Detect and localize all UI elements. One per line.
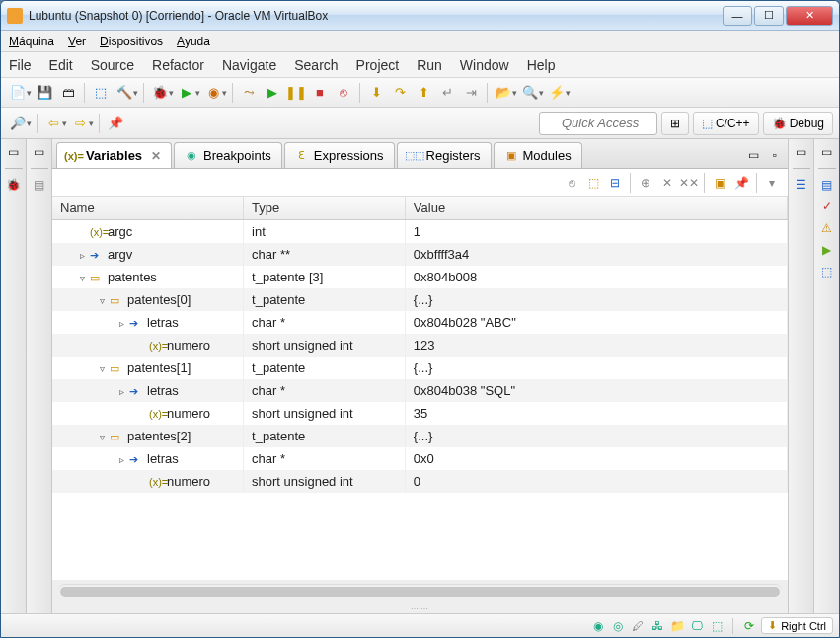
console-icon[interactable]: ▤: [818, 176, 836, 194]
executables-icon[interactable]: ▶: [818, 241, 836, 259]
dropdown-icon[interactable]: ▾: [133, 88, 138, 98]
menu-help[interactable]: Help: [527, 57, 556, 73]
menu-file[interactable]: File: [9, 57, 32, 73]
quick-access-input[interactable]: [539, 112, 657, 135]
maximize-view-icon[interactable]: ▫: [766, 146, 784, 164]
suspend-icon[interactable]: ❚❚: [285, 82, 307, 104]
tab-breakpoints[interactable]: ◉ Breakpoints: [174, 142, 282, 168]
wand-icon[interactable]: ⚡: [546, 82, 568, 104]
vm-menu-view[interactable]: Ver: [68, 35, 86, 48]
profile-icon[interactable]: ◉: [202, 82, 224, 104]
restore-icon[interactable]: ▭: [31, 143, 48, 161]
dropdown-icon[interactable]: ▾: [566, 88, 571, 98]
pin-icon[interactable]: 📌: [105, 113, 126, 134]
dropdown-icon[interactable]: ▾: [27, 88, 32, 98]
menu-run[interactable]: Run: [417, 57, 442, 73]
expander-icon[interactable]: ▹: [76, 250, 88, 261]
editor-icon[interactable]: ▤: [31, 176, 48, 194]
drop-to-frame-icon[interactable]: ↵: [436, 82, 458, 104]
tab-modules[interactable]: ▣ Modules: [494, 142, 582, 168]
dropdown-icon[interactable]: ▾: [512, 88, 517, 98]
minimize-button[interactable]: —: [723, 6, 752, 26]
expander-icon[interactable]: ▿: [96, 363, 108, 374]
search-icon[interactable]: 🔎: [7, 113, 29, 134]
table-row[interactable]: ▿▭patentest_patente [3]0x804b008: [52, 266, 788, 288]
back-icon[interactable]: ⇦: [42, 113, 64, 134]
table-row[interactable]: ▹➔letraschar *0x804b038 "SQL": [52, 379, 788, 402]
perspective-ccpp[interactable]: ⬚C/C++: [693, 112, 759, 135]
shared-folder-icon[interactable]: 📁: [669, 618, 685, 634]
hard-disk-icon[interactable]: ◉: [590, 618, 606, 634]
dropdown-icon[interactable]: ▾: [539, 88, 544, 98]
horizontal-scrollbar[interactable]: [58, 584, 782, 598]
perspective-debug[interactable]: 🐞Debug: [763, 112, 833, 135]
recording-icon[interactable]: ⟳: [741, 618, 757, 634]
step-into-icon[interactable]: ⬇: [365, 82, 387, 104]
table-row[interactable]: ▹➔argvchar **0xbffff3a4: [52, 243, 788, 266]
capture-icon[interactable]: ⬚: [709, 618, 725, 634]
view-menu-icon[interactable]: ▾: [762, 173, 782, 193]
table-row[interactable]: (x)=numeroshort unsigned int123: [52, 334, 788, 357]
problems-icon[interactable]: ⚠: [818, 219, 836, 237]
collapse-all-icon[interactable]: ⊟: [605, 173, 625, 193]
expander-icon[interactable]: ▿: [96, 295, 108, 306]
expander-icon[interactable]: ▹: [115, 454, 127, 465]
tab-expressions[interactable]: ℇ Expressions: [284, 142, 395, 168]
open-perspective-button[interactable]: ⊞: [661, 112, 689, 135]
close-icon[interactable]: ✕: [151, 149, 161, 163]
expander-icon[interactable]: ▿: [76, 273, 88, 283]
expander-icon[interactable]: ▿: [96, 432, 108, 442]
show-logical-icon[interactable]: ⬚: [583, 173, 603, 193]
new-icon[interactable]: 📄: [7, 82, 29, 104]
tab-variables[interactable]: (x)= Variables ✕: [56, 142, 172, 168]
expander-icon[interactable]: ▹: [115, 386, 127, 397]
step-over-icon[interactable]: ↷: [389, 82, 411, 104]
menu-search[interactable]: Search: [294, 57, 338, 73]
open-type-icon[interactable]: 📂: [493, 82, 514, 104]
dropdown-icon[interactable]: ▾: [169, 88, 174, 98]
maximize-button[interactable]: ☐: [754, 6, 784, 26]
restore-icon[interactable]: ▭: [5, 143, 23, 161]
save-icon[interactable]: 💾: [34, 82, 55, 104]
dropdown-icon[interactable]: ▾: [222, 88, 227, 98]
vm-menu-help[interactable]: Ayuda: [177, 35, 210, 48]
run-icon[interactable]: ▶: [176, 82, 197, 104]
optical-icon[interactable]: ◎: [610, 618, 626, 634]
menu-navigate[interactable]: Navigate: [222, 57, 276, 73]
table-row[interactable]: ▿▭patentes[2]t_patente{...}: [52, 425, 788, 447]
menu-project[interactable]: Project: [356, 57, 400, 73]
table-row[interactable]: (x)=numeroshort unsigned int0: [52, 470, 788, 493]
search-icon[interactable]: 🔍: [519, 82, 541, 104]
step-return-icon[interactable]: ⬆: [413, 82, 434, 104]
table-row[interactable]: ▹➔letraschar *0x0: [52, 447, 788, 470]
outline-icon[interactable]: ☰: [793, 176, 810, 194]
host-key-indicator[interactable]: ⬇ Right Ctrl: [761, 617, 833, 634]
dropdown-icon[interactable]: ▾: [27, 119, 32, 128]
menu-window[interactable]: Window: [460, 57, 509, 73]
minimize-view-icon[interactable]: ▭: [744, 146, 762, 164]
terminate-icon[interactable]: ■: [309, 82, 331, 104]
dropdown-icon[interactable]: ▾: [89, 119, 94, 128]
add-global-icon[interactable]: ⊕: [636, 173, 655, 193]
menu-source[interactable]: Source: [91, 57, 134, 73]
col-value[interactable]: Value: [405, 197, 787, 220]
menu-refactor[interactable]: Refactor: [152, 57, 204, 73]
network-icon[interactable]: 🖧: [649, 618, 665, 634]
titlebar[interactable]: Lubuntu (Snapshot 0) [Corriendo] - Oracl…: [1, 1, 839, 31]
menu-edit[interactable]: Edit: [49, 57, 73, 73]
display-icon[interactable]: 🖵: [689, 618, 705, 634]
table-row[interactable]: ▿▭patentes[0]t_patente{...}: [52, 288, 788, 311]
usb-icon[interactable]: 🖊: [630, 618, 646, 634]
resume-icon[interactable]: ▶: [262, 82, 283, 104]
show-type-names-icon[interactable]: ⎋: [562, 173, 581, 193]
dropdown-icon[interactable]: ▾: [62, 119, 67, 128]
open-new-view-icon[interactable]: ▣: [710, 173, 729, 193]
table-row[interactable]: (x)=argcint1: [52, 220, 788, 244]
col-name[interactable]: Name: [52, 197, 244, 220]
tasks-icon[interactable]: ✓: [818, 198, 836, 215]
forward-icon[interactable]: ⇨: [69, 113, 91, 134]
tab-registers[interactable]: ⬚⬚ Registers: [397, 142, 492, 168]
debug-icon[interactable]: 🐞: [149, 82, 171, 104]
col-type[interactable]: Type: [244, 197, 406, 220]
debug-view-icon[interactable]: 🐞: [5, 176, 23, 194]
